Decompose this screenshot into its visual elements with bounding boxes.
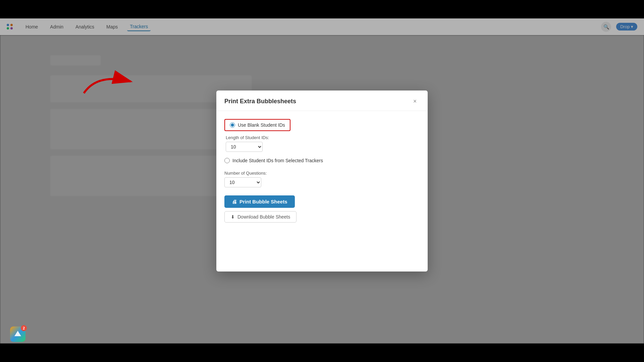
blank-student-ids-option[interactable]: Use Blank Student IDs — [224, 119, 290, 131]
blank-student-ids-label[interactable]: Use Blank Student IDs — [238, 122, 285, 128]
include-student-ids-radio[interactable] — [224, 158, 230, 163]
download-bubble-sheets-button[interactable]: ⬇ Download Bubble Sheets — [224, 211, 297, 223]
download-icon: ⬇ — [231, 214, 235, 220]
print-icon: 🖨 — [232, 199, 237, 204]
app-icon-badge: 2 — [21, 325, 27, 331]
modal-backdrop[interactable]: Print Extra Bubblesheets × Use Blank Stu… — [0, 18, 644, 344]
student-id-length-section: Length of Student IDs: 10 5 8 12 — [226, 135, 420, 152]
student-id-length-select[interactable]: 10 5 8 12 — [226, 142, 263, 152]
blank-student-ids-radio[interactable] — [230, 122, 235, 128]
include-student-ids-label[interactable]: Include Student IDs from Selected Tracke… — [232, 158, 323, 163]
bottom-app-icon[interactable]: 2 — [10, 326, 25, 342]
modal-body: Use Blank Student IDs Length of Student … — [216, 111, 428, 231]
modal-title: Print Extra Bubblesheets — [224, 98, 296, 105]
questions-select[interactable]: 10 20 30 40 50 — [224, 177, 261, 187]
modal-header: Print Extra Bubblesheets × — [216, 90, 428, 111]
top-black-bar — [0, 0, 644, 18]
print-button-label: Print Bubble Sheets — [239, 199, 287, 204]
questions-label: Number of Questions: — [224, 171, 420, 176]
modal-print-bubblesheets: Print Extra Bubblesheets × Use Blank Stu… — [216, 90, 428, 272]
questions-section: Number of Questions: 10 20 30 40 50 — [224, 171, 420, 187]
include-student-ids-option[interactable]: Include Student IDs from Selected Tracke… — [224, 158, 420, 163]
print-bubble-sheets-button[interactable]: 🖨 Print Bubble Sheets — [224, 195, 295, 208]
modal-close-button[interactable]: × — [410, 97, 420, 106]
svg-marker-1 — [14, 331, 21, 336]
student-id-length-label: Length of Student IDs: — [226, 135, 420, 140]
download-button-label: Download Bubble Sheets — [237, 214, 290, 220]
bottom-black-bar — [0, 344, 644, 362]
